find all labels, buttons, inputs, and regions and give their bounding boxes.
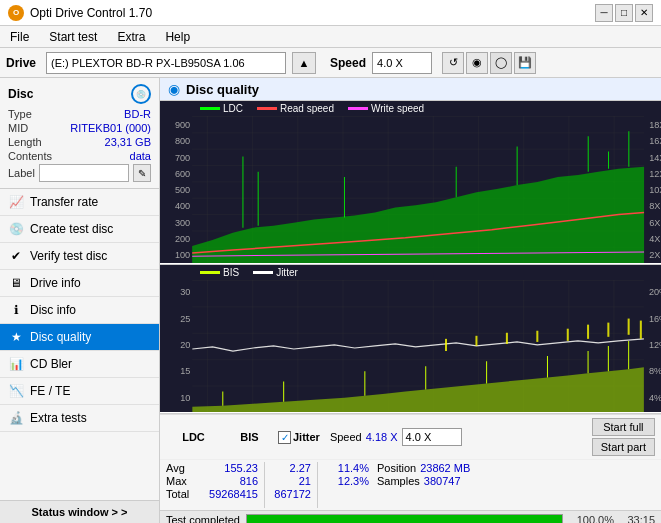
- label-input[interactable]: [39, 164, 129, 182]
- stats-bis-values: 2.27 21 867172: [271, 462, 311, 500]
- disc-contents-row: Contents data: [8, 150, 151, 162]
- mid-value: RITEKB01 (000): [70, 122, 151, 134]
- chart1-container: LDC Read speed Write speed: [160, 101, 661, 265]
- read-speed-legend: Read speed: [257, 103, 334, 114]
- menu-file[interactable]: File: [6, 29, 33, 45]
- menu-start-test[interactable]: Start test: [45, 29, 101, 45]
- start-full-button[interactable]: Start full: [592, 418, 655, 436]
- jitter-checkbox-container[interactable]: ✓ Jitter: [278, 431, 320, 444]
- titlebar-controls: ─ □ ✕: [595, 4, 653, 22]
- disc-icon: 💿: [131, 84, 151, 104]
- stats-ldc-values: 155.23 816 59268415: [198, 462, 258, 500]
- menu-help[interactable]: Help: [161, 29, 194, 45]
- length-label: Length: [8, 136, 42, 148]
- create-test-disc-label: Create test disc: [30, 222, 113, 236]
- label-edit-button[interactable]: ✎: [133, 164, 151, 182]
- status-window-label: Status window > >: [32, 506, 128, 518]
- sidebar-item-transfer-rate[interactable]: 📈 Transfer rate: [0, 189, 159, 216]
- disc-quality-header: ◉ Disc quality: [160, 78, 661, 101]
- sidebar-item-disc-info[interactable]: ℹ Disc info: [0, 297, 159, 324]
- speed-stats-label: Speed: [330, 431, 362, 443]
- jitter-label: Jitter: [276, 267, 298, 278]
- chart1-legend: LDC Read speed Write speed: [160, 101, 661, 116]
- avg-bis: 2.27: [290, 462, 311, 474]
- disc-quality-title: Disc quality: [186, 82, 259, 97]
- sidebar-item-drive-info[interactable]: 🖥 Drive info: [0, 270, 159, 297]
- svg-text:16%: 16%: [649, 314, 661, 324]
- speed-value: 4.0 X: [377, 57, 403, 69]
- maximize-button[interactable]: □: [615, 4, 633, 22]
- mid-label: MID: [8, 122, 28, 134]
- menu-extra[interactable]: Extra: [113, 29, 149, 45]
- content-area: ◉ Disc quality LDC Read speed: [160, 78, 661, 523]
- svg-text:12%: 12%: [649, 340, 661, 350]
- sidebar-item-fe-te[interactable]: 📉 FE / TE: [0, 378, 159, 405]
- type-label: Type: [8, 108, 32, 120]
- progress-text: 100.0%: [569, 514, 614, 523]
- eject-button[interactable]: ▲: [292, 52, 316, 74]
- erase-icon[interactable]: ◯: [490, 52, 512, 74]
- svg-text:700: 700: [175, 153, 190, 163]
- svg-text:8%: 8%: [649, 367, 661, 377]
- speed-label: Speed: [330, 56, 366, 70]
- progress-fill: [247, 515, 562, 523]
- ldc-legend: LDC: [200, 103, 243, 114]
- start-part-button[interactable]: Start part: [592, 438, 655, 456]
- progress-track: [246, 514, 563, 523]
- bis-legend: BIS: [200, 267, 239, 278]
- disc-quality-header-icon: ◉: [168, 81, 180, 97]
- record-icon[interactable]: ◉: [466, 52, 488, 74]
- cd-bler-icon: 📊: [8, 356, 24, 372]
- svg-text:400: 400: [175, 201, 190, 211]
- speed-display[interactable]: 4.0 X: [402, 428, 462, 446]
- speed-stats: Speed 4.18 X 4.0 X: [330, 428, 462, 446]
- svg-text:600: 600: [175, 169, 190, 179]
- app-logo: O: [8, 5, 24, 21]
- samples-label: Samples: [377, 475, 420, 487]
- svg-text:200: 200: [175, 234, 190, 244]
- disc-info-header: Disc 💿: [8, 84, 151, 104]
- write-speed-label: Write speed: [371, 103, 424, 114]
- status-completed-label: Test completed: [166, 514, 240, 523]
- total-ldc: 59268415: [209, 488, 258, 500]
- read-speed-label: Read speed: [280, 103, 334, 114]
- cd-bler-label: CD Bler: [30, 357, 72, 371]
- time-text: 33:15: [620, 514, 655, 523]
- disc-info-label: Disc info: [30, 303, 76, 317]
- sidebar-item-disc-quality[interactable]: ★ Disc quality: [0, 324, 159, 351]
- extra-tests-icon: 🔬: [8, 410, 24, 426]
- status-window-button[interactable]: Status window > >: [0, 500, 159, 523]
- verify-test-disc-icon: ✔: [8, 248, 24, 264]
- svg-text:12X: 12X: [649, 169, 661, 179]
- disc-quality-label: Disc quality: [30, 330, 91, 344]
- avg-label: Avg: [166, 462, 198, 474]
- disc-info-icon: ℹ: [8, 302, 24, 318]
- position-samples: Position 23862 MB Samples 380747: [377, 462, 470, 487]
- drivebar: Drive (E:) PLEXTOR BD-R PX-LB950SA 1.06 …: [0, 48, 661, 78]
- svg-text:16X: 16X: [649, 136, 661, 146]
- disc-info-panel: Disc 💿 Type BD-R MID RITEKB01 (000) Leng…: [0, 78, 159, 189]
- sidebar-item-verify-test-disc[interactable]: ✔ Verify test disc: [0, 243, 159, 270]
- svg-text:14X: 14X: [649, 153, 661, 163]
- main-area: Disc 💿 Type BD-R MID RITEKB01 (000) Leng…: [0, 78, 661, 523]
- position-row: Position 23862 MB: [377, 462, 470, 474]
- disc-section-title: Disc: [8, 87, 33, 101]
- label-label: Label: [8, 167, 35, 179]
- speed-select[interactable]: 4.0 X: [372, 52, 432, 74]
- titlebar: O Opti Drive Control 1.70 ─ □ ✕: [0, 0, 661, 26]
- fe-te-label: FE / TE: [30, 384, 70, 398]
- samples-value: 380747: [424, 475, 461, 487]
- sidebar-item-create-test-disc[interactable]: 💿 Create test disc: [0, 216, 159, 243]
- charts-area: LDC Read speed Write speed: [160, 101, 661, 414]
- save-icon[interactable]: 💾: [514, 52, 536, 74]
- sidebar-item-extra-tests[interactable]: 🔬 Extra tests: [0, 405, 159, 432]
- refresh-icon[interactable]: ↺: [442, 52, 464, 74]
- ldc-label: LDC: [223, 103, 243, 114]
- close-button[interactable]: ✕: [635, 4, 653, 22]
- drive-value: (E:) PLEXTOR BD-R PX-LB950SA 1.06: [51, 57, 245, 69]
- jitter-checkbox[interactable]: ✓: [278, 431, 291, 444]
- drive-select[interactable]: (E:) PLEXTOR BD-R PX-LB950SA 1.06: [46, 52, 286, 74]
- minimize-button[interactable]: ─: [595, 4, 613, 22]
- total-label: Total: [166, 488, 198, 500]
- sidebar-item-cd-bler[interactable]: 📊 CD Bler: [0, 351, 159, 378]
